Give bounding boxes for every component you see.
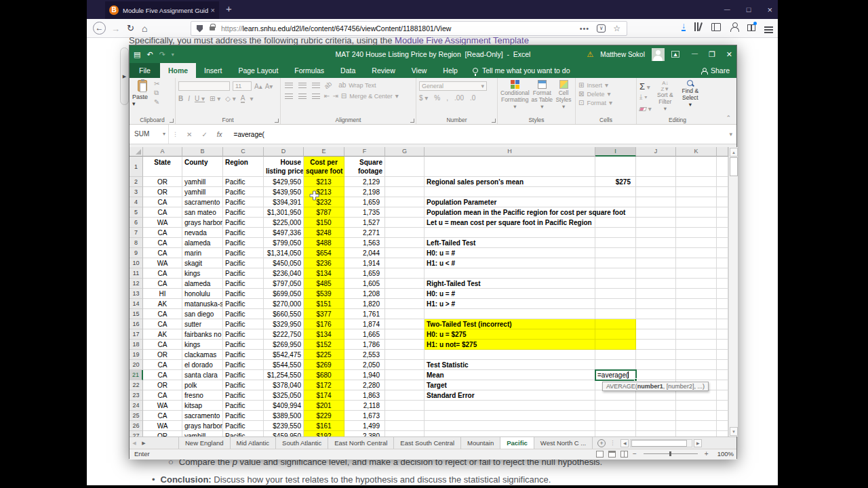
cell-K23[interactable] — [676, 390, 717, 401]
ribbon-tab-home[interactable]: Home — [160, 63, 196, 78]
new-tab-button[interactable]: + — [226, 3, 232, 14]
cell-H3[interactable] — [425, 187, 595, 197]
cell-D25[interactable]: $389,500 — [264, 411, 304, 421]
cell-G7[interactable] — [385, 228, 425, 238]
cell-H13[interactable]: H0: u = # — [425, 289, 595, 299]
cell-H22[interactable]: Target — [425, 380, 595, 390]
cell-C19[interactable]: Pacific — [223, 350, 264, 360]
cell-K3[interactable] — [676, 187, 717, 197]
cell-G18[interactable] — [385, 340, 425, 350]
cell-F18[interactable]: 1,786 — [344, 340, 385, 350]
cell-J24[interactable] — [636, 401, 676, 411]
cell-F25[interactable]: 1,673 — [344, 411, 385, 421]
cell-G22[interactable] — [385, 380, 425, 390]
cell-I8[interactable] — [595, 238, 636, 248]
cell-I2[interactable]: $275 — [595, 177, 636, 187]
cell-E19[interactable]: $225 — [304, 350, 344, 360]
cell-I14[interactable] — [595, 299, 636, 309]
column-header-J[interactable]: J — [636, 147, 676, 157]
page-actions-icon[interactable]: ••• — [580, 24, 590, 33]
cell-H12[interactable]: Right-Tailed Test — [425, 279, 595, 289]
decrease-indent-icon[interactable]: ⇤ — [324, 92, 330, 100]
row-header-13[interactable]: 13 — [130, 289, 143, 299]
ribbon-tab-review[interactable]: Review — [363, 63, 403, 78]
align-middle-icon[interactable] — [298, 83, 307, 88]
row-header-17[interactable]: 17 — [130, 329, 143, 340]
row-header-18[interactable]: 18 — [130, 340, 143, 350]
cell-I1[interactable] — [595, 157, 636, 177]
cell-F6[interactable]: 1,527 — [344, 218, 385, 228]
cell-F10[interactable]: 1,914 — [344, 258, 385, 268]
cell-C6[interactable]: Pacific — [223, 218, 264, 228]
vertical-scrollbar[interactable]: ▲ ▼ — [728, 147, 738, 436]
cell-H20[interactable]: Test Statistic — [425, 360, 595, 370]
account-icon[interactable] — [730, 22, 738, 31]
cell-J9[interactable] — [636, 248, 676, 258]
name-box-dropdown-icon[interactable]: ▾ — [163, 125, 165, 144]
cell-C15[interactable]: Pacific — [223, 309, 264, 319]
cell-K6[interactable] — [676, 218, 717, 228]
cell-D2[interactable]: $429,950 — [264, 177, 304, 187]
cell-E16[interactable]: $176 — [304, 319, 344, 329]
cell-B2[interactable]: yamhill — [182, 177, 223, 187]
cell-A20[interactable]: CA — [143, 360, 182, 370]
bold-icon[interactable]: B — [178, 95, 183, 102]
cell-J26[interactable] — [636, 421, 676, 431]
cell-A6[interactable]: WA — [143, 218, 182, 228]
ribbon-tab-formulas[interactable]: Formulas — [286, 63, 332, 78]
cell-G2[interactable] — [385, 177, 425, 187]
cell-B20[interactable]: el dorado — [182, 360, 223, 370]
row-header-15[interactable]: 15 — [130, 309, 143, 319]
nav-panel-toggle[interactable]: ▶ — [120, 47, 129, 105]
sheet-tab-mountain[interactable]: Mountain — [461, 437, 500, 449]
copy-icon[interactable]: ⧉ — [154, 89, 159, 97]
sheet-tab-west-north-c[interactable]: West North C ... — [534, 437, 593, 449]
cell-I13[interactable] — [595, 289, 636, 299]
scroll-left-icon[interactable]: ◀ — [620, 439, 629, 447]
accounting-format-icon[interactable]: $ ▾ — [419, 94, 428, 102]
tab-close-icon[interactable]: × — [211, 6, 215, 14]
cell-K15[interactable] — [676, 309, 717, 319]
cell-G14[interactable] — [385, 299, 425, 309]
cell-A9[interactable]: CA — [143, 248, 182, 258]
tracking-shield-icon[interactable] — [197, 25, 203, 33]
cell-A11[interactable]: CA — [143, 268, 182, 279]
cell-E2[interactable]: $213 — [304, 177, 344, 187]
excel-close-button[interactable]: ✕ — [726, 50, 732, 59]
cell-E14[interactable]: $151 — [304, 299, 344, 309]
row-header-4[interactable]: 4 — [130, 197, 143, 207]
formula-input[interactable]: =average( — [227, 131, 730, 138]
cell-F16[interactable]: 1,874 — [344, 319, 385, 329]
wrap-text-button[interactable]: ab — [338, 81, 346, 89]
cell-G15[interactable] — [385, 309, 425, 319]
autosum-button[interactable]: Σ ▾ — [639, 80, 652, 92]
cell-E10[interactable]: $236 — [304, 258, 344, 268]
excel-titlebar[interactable]: ▤ ↶ ↷ ▾ MAT 240 House Listing Price by R… — [130, 45, 736, 63]
cell-G3[interactable] — [385, 187, 425, 197]
row-header-27[interactable]: 27 — [130, 431, 143, 436]
number-format-combo[interactable]: General▾ — [419, 81, 487, 91]
cell-A10[interactable]: WA — [143, 258, 182, 268]
cell-B24[interactable]: kitsap — [182, 401, 223, 411]
cell-J3[interactable] — [636, 187, 676, 197]
cell-C18[interactable]: Pacific — [223, 340, 264, 350]
cell-D12[interactable]: $797,050 — [264, 279, 304, 289]
cell-I16[interactable] — [595, 319, 636, 329]
cell-I23[interactable] — [595, 390, 636, 401]
cell-B25[interactable]: sacramento — [182, 411, 223, 421]
cell-E17[interactable]: $134 — [304, 329, 344, 340]
row-header-11[interactable]: 11 — [130, 268, 143, 279]
cell-G19[interactable] — [385, 350, 425, 360]
cell-K13[interactable] — [676, 289, 717, 299]
cell-A24[interactable]: WA — [143, 401, 182, 411]
cell-J14[interactable] — [636, 299, 676, 309]
cell-A1[interactable]: State — [143, 157, 182, 177]
normal-view-icon[interactable] — [596, 451, 604, 458]
pocket-icon[interactable]: ∨ — [597, 24, 606, 33]
orientation-icon[interactable]: ab — [323, 80, 334, 91]
cell-C23[interactable]: Pacific — [223, 390, 264, 401]
cell-J7[interactable] — [636, 228, 676, 238]
sheet-tab-east-south-central[interactable]: East South Central — [394, 437, 461, 449]
cell-C12[interactable]: Pacific — [223, 279, 264, 289]
cell-C9[interactable]: Pacific — [223, 248, 264, 258]
